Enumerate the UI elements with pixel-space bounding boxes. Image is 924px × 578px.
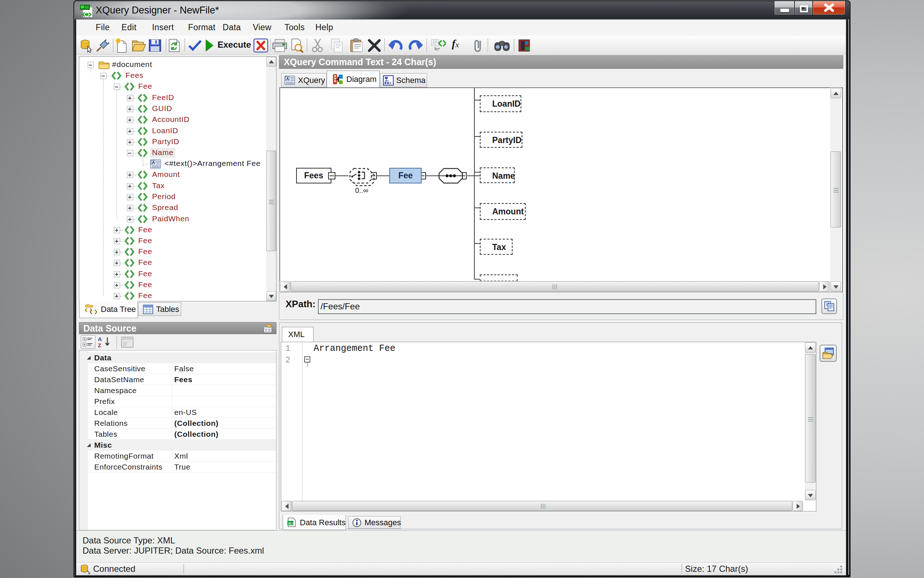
- svg-text:A: A: [152, 160, 155, 164]
- svg-text:a: a: [389, 81, 392, 85]
- svg-text:Z: Z: [98, 342, 101, 348]
- svg-text:A: A: [98, 336, 102, 342]
- svg-text:XLS: XLS: [288, 521, 295, 525]
- svg-text:A: A: [286, 76, 289, 81]
